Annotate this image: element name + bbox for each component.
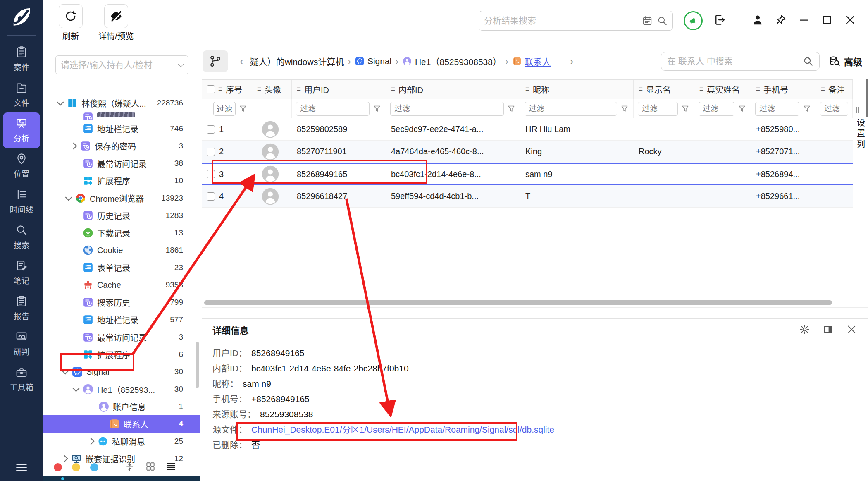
panel-layout-icon[interactable] [823,324,834,335]
source-file-link[interactable]: ChunHei_Desktop.E01/分区1/Users/HEI/AppDat… [251,422,554,437]
column-menu-icon[interactable]: ≡ [391,85,395,93]
column-header-userid[interactable]: ≡用户ID [292,80,386,99]
tree-item-form-records[interactable]: 表单记录 23 [43,259,200,276]
funnel-icon[interactable] [238,104,248,113]
tree-item-downloads[interactable]: 下载记录 13 [43,224,200,242]
tree-item-signal[interactable]: Signal 30 [43,363,200,380]
nickname-filter-input[interactable] [525,102,617,116]
tree-scrollbar[interactable] [196,342,199,388]
internalid-filter-input[interactable] [390,102,504,116]
chevron-down-icon[interactable] [65,194,72,201]
yellow-dot-indicator[interactable] [72,463,80,471]
close-window-button[interactable] [844,14,856,28]
tree-item-most-visited[interactable]: 最常访问记录 38 [43,155,200,172]
tree-item-extensions-2[interactable]: 扩展程序 6 [43,346,200,363]
breadcrumb-link[interactable]: 联系人 [525,55,551,67]
column-settings-label[interactable]: 设置列 [855,118,867,151]
tree-item-signal-account[interactable]: He1（852593... 30 [43,380,200,398]
calendar-icon[interactable] [642,15,653,26]
close-icon[interactable] [846,324,857,335]
refresh-button[interactable]: 刷新 [59,4,83,41]
tree-item-chrome[interactable]: Chrome浏览器 13923 [43,189,200,207]
blue-dot-indicator[interactable] [90,463,98,471]
horizontal-scrollbar[interactable] [204,300,832,305]
column-menu-icon[interactable]: ≡ [257,85,261,93]
row-checkbox[interactable] [207,192,215,201]
note-filter-input[interactable] [820,102,848,116]
tree-item-contacts[interactable]: 联系人 4 [43,415,200,433]
funnel-icon[interactable] [802,104,811,113]
tree-item-extensions[interactable]: 扩展程序 10 [43,172,200,189]
tree-view-toggle-button[interactable] [203,50,228,72]
chevron-down-icon[interactable] [73,385,80,392]
breadcrumb-segment-contacts[interactable]: 联系人 [513,55,551,67]
column-header-nickname[interactable]: ≡昵称 [520,80,634,99]
column-menu-icon[interactable]: ≡ [639,85,643,93]
advanced-search-button[interactable]: 高级 [829,55,862,68]
column-menu-icon[interactable]: ≡ [525,85,529,93]
sidebar-item-report[interactable]: 报告 [3,290,40,326]
tree-item-addressbar-2[interactable]: 地址栏记录 577 [43,311,200,328]
table-row[interactable]: 4 85296618427 59eff594-cd4d-4cb1-b... T … [202,185,853,208]
realname-filter-input[interactable] [699,102,734,116]
funnel-icon[interactable] [507,104,516,113]
maximize-button[interactable] [821,14,833,28]
tree-item-addressbar[interactable]: 地址栏记录 746 [43,120,200,137]
gear-icon[interactable] [799,324,810,335]
userid-filter-input[interactable] [296,102,370,116]
table-row-selected[interactable]: 3 85268949165 bc403fc1-2d14-4e6e-8... sa… [202,163,853,185]
select-all-checkbox[interactable] [207,85,215,93]
sidebar-menu-button[interactable] [14,461,29,475]
tree-item-private-messages[interactable]: 私聊消息 25 [43,433,200,450]
breadcrumb-segment-account[interactable]: He1（85259308538） [403,55,501,67]
table-row[interactable]: 1 85259802589 5ec9dc97-ee2e-4741-a... HR… [202,118,853,141]
sidebar-item-notes[interactable]: 笔记 [3,255,40,290]
tree-item-history[interactable]: 历史记录 1283 [43,207,200,224]
column-header-phone[interactable]: ≡手机号 [751,80,816,99]
row-checkbox[interactable] [207,148,215,156]
vertical-scrollbar[interactable] [866,79,868,117]
column-menu-icon[interactable]: ≡ [756,85,760,93]
tree-item-account-info[interactable]: 账户信息 1 [43,398,200,415]
column-menu-icon[interactable]: ≡ [821,85,825,93]
table-search-input[interactable] [667,56,803,66]
column-menu-icon[interactable]: ≡ [297,85,301,93]
sidebar-item-timeline[interactable]: 时间线 [3,184,40,219]
announcement-button[interactable] [684,11,703,30]
column-header-realname[interactable]: ≡真实姓名 [694,80,751,99]
search-icon[interactable] [803,56,813,67]
column-header-note[interactable]: ≡备注 [816,80,853,99]
tree-item-suspect-computer[interactable]: 林俊熙（嫌疑人... 228736 [43,94,200,112]
export-button[interactable] [713,14,726,28]
row-checkbox[interactable] [207,125,215,134]
phone-filter-input[interactable] [755,102,799,116]
sidebar-item-case[interactable]: 案件 [3,41,40,77]
chevron-right-icon[interactable] [70,143,77,150]
tree-item-cache[interactable]: Cache 9358 [43,276,200,294]
table-row[interactable]: 2 85270711901 4a7464da-e465-460c-8... Ki… [202,141,853,163]
owner-select[interactable] [55,55,188,74]
breadcrumb-forward[interactable]: › [570,55,574,68]
search-icon[interactable] [657,15,668,26]
sidebar-item-toolbox[interactable]: 工具箱 [3,361,40,397]
displayname-filter-input[interactable] [638,102,678,116]
column-menu-icon[interactable]: ≡ [218,85,222,93]
tree-item-search-history[interactable]: 搜索历史 799 [43,294,200,311]
funnel-icon[interactable] [620,104,629,113]
sidebar-item-location[interactable]: 位置 [3,148,40,184]
minimize-button[interactable] [798,14,810,28]
tree-item-saved-passwords[interactable]: 保存的密码 3 [43,137,200,155]
breadcrumb-segment-signal[interactable]: Signal [355,56,391,66]
column-header-index[interactable]: ≡ 序号 [202,80,252,99]
list-view-button[interactable] [166,461,176,474]
chevron-right-icon[interactable] [88,438,95,445]
breadcrumb-segment-computer[interactable]: 疑人）的windows计算机 [250,55,344,67]
sidebar-item-analysis[interactable]: 分析 [3,112,40,148]
sidebar-item-files[interactable]: 文件 [3,77,40,112]
index-filter-button[interactable]: 过滤 [213,102,236,116]
grid-view-button[interactable] [145,461,156,474]
breadcrumb-back[interactable]: ‹ [240,55,243,68]
pin-window-button[interactable] [775,14,787,28]
user-account-button[interactable] [751,14,764,28]
sidebar-item-search[interactable]: 搜索 [3,219,40,255]
